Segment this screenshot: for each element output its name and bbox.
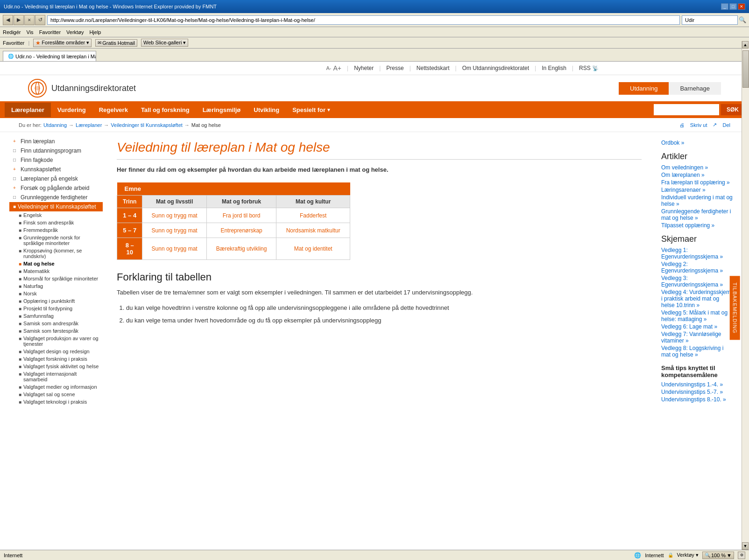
menu-rediger[interactable]: Redigér (3, 29, 21, 35)
row3-cell3[interactable]: Mat og identitet (276, 238, 350, 260)
sidebar-sub-finsk[interactable]: ■ Finsk som andrespråk (17, 219, 103, 226)
row2-cell3[interactable]: Nordsamisk matkultur (276, 223, 350, 238)
util-rss[interactable]: RSS 📡 (579, 65, 599, 71)
rs-vedlegg2[interactable]: Vedlegg 2: Egenvurderingsskjema » (661, 261, 734, 274)
nav-tall[interactable]: Tall og forskning (134, 103, 196, 117)
rs-vedlegg3[interactable]: Vedlegg 3: Egenvurderingsskjema » (661, 275, 734, 288)
rs-vedlegg4[interactable]: Vedlegg 4: Vurderingsskjema i praktisk a… (661, 289, 734, 308)
nav-laereplaner[interactable]: Læreplaner (5, 103, 51, 117)
rs-vedlegg7[interactable]: Vedlegg 7: Vannløselige vitaminer » (661, 331, 734, 344)
browser-search-input[interactable] (682, 15, 738, 25)
sidebar-sub-valgfaget-produksjon[interactable]: ■ Valgfaget produksjon av varer og tjene… (17, 335, 103, 348)
sidebar-item-forsok[interactable]: + Forsøk og pågående arbeid (9, 183, 103, 193)
sidebar-sub-valgfaget-teknologi[interactable]: ■ Valgfaget teknologi i praksis (17, 398, 103, 406)
sidebar-item-kunnskapsloeftet[interactable]: + Kunnskapsløftet (9, 165, 103, 174)
sidebar-sub-morsmal[interactable]: ■ Morsmål for språklige minoriteter (17, 275, 103, 282)
rs-om-laereplanen[interactable]: Om læreplanen » (661, 172, 734, 178)
rs-fra-laereplan[interactable]: Fra læreplan til opplæring » (661, 179, 734, 186)
bc-laereplaner[interactable]: Læreplaner (76, 122, 102, 128)
sidebar-sub-fremmedsprak[interactable]: ■ Fremmedspråk (17, 226, 103, 234)
nav-regelverk[interactable]: Regelverk (92, 103, 134, 117)
row3-cell1[interactable]: Sunn og trygg mat (142, 238, 207, 260)
url-input[interactable] (47, 15, 680, 25)
sidebar-item-finn-laereplan[interactable]: + Finn læreplan (9, 137, 103, 146)
row1-cell2[interactable]: Fra jord til bord (206, 208, 276, 223)
ordbok-link[interactable]: Ordbok » (661, 140, 734, 146)
sidebar-sub-matematikk[interactable]: ■ Matematikk (17, 267, 103, 275)
nav-spesielt[interactable]: Spesielt for ▼ (286, 103, 338, 117)
sidebar-sub-mat-og-helse[interactable]: ■ Mat og helse (17, 260, 103, 267)
tab-utdanning[interactable]: Utdanning (619, 82, 669, 95)
sidebar-item-utdanningsprogram[interactable]: □ Finn utdanningsprogram (9, 146, 103, 155)
scrollbar[interactable]: ▲ ▼ (742, 41, 749, 411)
rs-vedlegg8[interactable]: Vedlegg 8: Loggskriving i mat og helse » (661, 345, 734, 358)
sidebar-item-fagkode[interactable]: □ Finn fagkode (9, 155, 103, 165)
font-increase-button[interactable]: A+ (333, 64, 342, 72)
sidebar-sub-valgfaget-forskning[interactable]: ■ Valgfaget forskning i praksis (17, 355, 103, 363)
rs-individuell[interactable]: Individuell vurdering i mat og helse » (661, 194, 734, 207)
hotmail-btn[interactable]: ✉ Gratis Hotmail (95, 39, 137, 47)
refresh-button[interactable]: ↺ (35, 15, 45, 25)
active-tab[interactable]: 🌐 Udir.no - Veiledning til læreplan i Ma… (3, 51, 96, 61)
util-nettstedskart[interactable]: Nettstedskart (417, 65, 450, 71)
menu-hjelp[interactable]: Hjelp (89, 29, 101, 35)
share-button[interactable]: Del (722, 122, 730, 128)
scroll-thumb[interactable] (742, 50, 749, 88)
foreslatte-btn[interactable]: ★ Foreslåtte områder ▾ (33, 39, 92, 47)
sidebar-sub-kroppsoving[interactable]: ■ Kroppsøving (kommer, se rundskriv) (17, 247, 103, 260)
sidebar-item-grunnleggende[interactable]: □ Grunnleggende ferdigheter (9, 193, 103, 202)
nav-controls[interactable]: ◀ ▶ ✕ ↺ (3, 15, 45, 25)
sidebar-sub-samisk-andre[interactable]: ■ Samisk som andrespråk (17, 320, 103, 327)
sidebar-sub-norsk[interactable]: ■ Norsk (17, 290, 103, 297)
print-button[interactable]: Skriv ut (690, 122, 707, 128)
util-presse[interactable]: Presse (386, 65, 403, 71)
util-om[interactable]: Om Utdanningsdirektoratet (462, 65, 529, 71)
sidebar-sub-valgfaget-design[interactable]: ■ Valgfaget design og redesign (17, 348, 103, 355)
sidebar-sub-valgfaget-medier[interactable]: ■ Valgfaget medier og informasjon (17, 383, 103, 391)
sidebar-sub-samfunnsfag[interactable]: ■ Samfunnsfag (17, 312, 103, 320)
sidebar-sub-grunnleggende-norsk[interactable]: ■ Grunnleggende norsk for språklige mino… (17, 234, 103, 247)
bc-veiledninger[interactable]: Veiledninger til Kunnskapsløftet (111, 122, 182, 128)
rs-tips-8-10[interactable]: Undervisningstips 8.-10. » (661, 396, 734, 403)
rs-vedlegg6[interactable]: Vedlegg 6: Lage mat » (661, 323, 734, 330)
stop-button[interactable]: ✕ (24, 15, 35, 25)
menu-vis[interactable]: Vis (27, 29, 34, 35)
sidebar-sub-samisk-forste[interactable]: ■ Samisk som førstespråk (17, 327, 103, 335)
nav-laeringsmiljo[interactable]: Læringsmiljø (196, 103, 247, 117)
nav-utvikling[interactable]: Utvikling (247, 103, 286, 117)
tab-barnehage[interactable]: Barnehage (669, 82, 721, 95)
menu-favoritter[interactable]: Favoritter (39, 29, 61, 35)
row2-cell2[interactable]: Entreprenørskap (206, 223, 276, 238)
rs-laeringsarenaer[interactable]: Læringsarenaer » (661, 187, 734, 193)
forward-button[interactable]: ▶ (14, 15, 24, 25)
window-controls[interactable]: _ □ ✕ (721, 3, 745, 10)
row1-cell1[interactable]: Sunn og trygg mat (142, 208, 207, 223)
close-button[interactable]: ✕ (738, 3, 745, 10)
rs-tilpasset[interactable]: Tilpasset opplæring » (661, 222, 734, 229)
maximize-button[interactable]: □ (729, 3, 737, 10)
sidebar-item-veiledninger-group[interactable]: ■ Veiledninger til Kunnskapsløftet (9, 202, 103, 211)
sidebar-sub-valgfaget-sal[interactable]: ■ Valgfaget sal og scene (17, 391, 103, 398)
rs-tips-5-7[interactable]: Undervisningstips 5.-7. » (661, 389, 734, 395)
sidebar-sub-naturfag[interactable]: ■ Naturfag (17, 282, 103, 290)
back-button[interactable]: ◀ (3, 15, 13, 25)
util-nyheter[interactable]: Nyheter (354, 65, 374, 71)
row3-cell2[interactable]: Bærekraftig utvikling (206, 238, 276, 260)
nav-vurdering[interactable]: Vurdering (51, 103, 92, 117)
row1-cell3[interactable]: Fadderfest (276, 208, 350, 223)
sidebar-sub-prosjekt[interactable]: ■ Prosjekt til fordypning (17, 305, 103, 312)
font-decrease-button[interactable]: A- (326, 65, 332, 71)
sidebar-sub-valgfaget-internasjonal[interactable]: ■ Valgfaget internasjonalt samarbeid (17, 370, 103, 383)
rs-grunnleggende[interactable]: Grunnleggende ferdigheter i mat og helse… (661, 208, 734, 221)
sidebar-sub-engelsk[interactable]: ■ Engelsk (17, 211, 103, 219)
nav-search-button[interactable]: SØK (721, 104, 744, 115)
nav-search-input[interactable] (654, 104, 719, 115)
rs-tips-1-4[interactable]: Undervisningstips 1.-4. » (661, 381, 734, 388)
rs-vedlegg1[interactable]: Vedlegg 1: Egenvurderingsskjema » (661, 247, 734, 260)
menu-verktoy[interactable]: Verktøy (66, 29, 84, 35)
sidebar-sub-punktskrift[interactable]: ■ Opplæring i punktskrift (17, 297, 103, 305)
row2-cell1[interactable]: Sunn og trygg mat (142, 223, 207, 238)
rs-vedlegg5[interactable]: Vedlegg 5: Målark i mat og helse: matlag… (661, 309, 734, 322)
webslice-btn[interactable]: Web Slice-galleri ▾ (141, 39, 188, 47)
bc-utdanning[interactable]: Utdanning (43, 122, 67, 128)
